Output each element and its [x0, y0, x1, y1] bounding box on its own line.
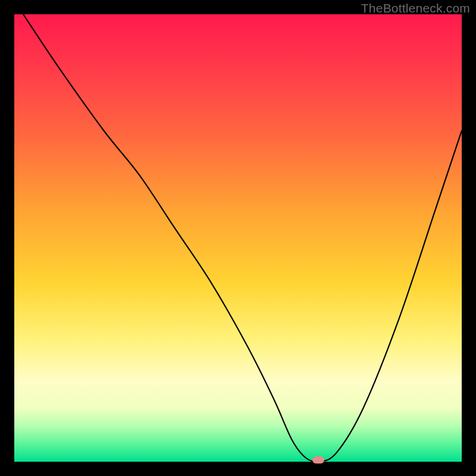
bottleneck-curve [14, 14, 462, 462]
plot-area [14, 14, 462, 462]
chart-frame: TheBottleneck.com [0, 0, 476, 476]
optimal-point-marker [312, 456, 324, 464]
watermark-text: TheBottleneck.com [361, 1, 470, 15]
